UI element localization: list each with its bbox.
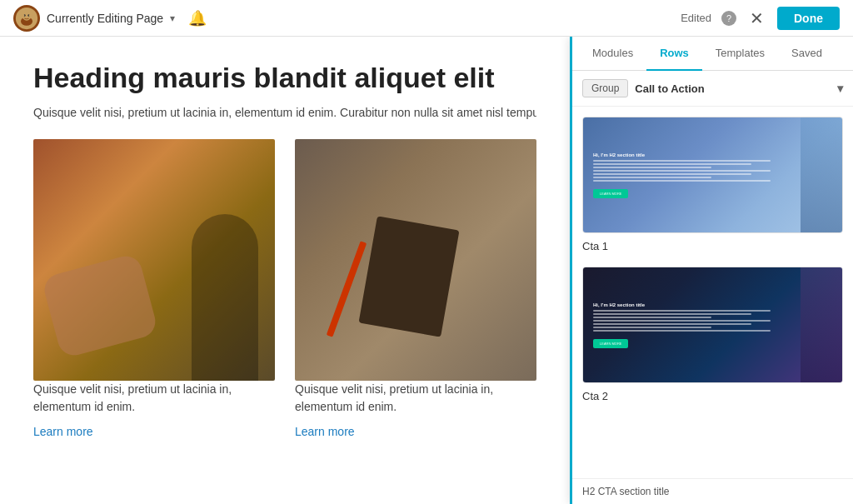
template-card-cta1[interactable]: Hi, I'm H2 section title LEARN MORE bbox=[582, 117, 843, 253]
card-1: Quisque velit nisi, pretium ut lacinia i… bbox=[33, 139, 275, 439]
cta1-preview-title: Hi, I'm H2 section title bbox=[593, 152, 791, 157]
right-panel: Modules Rows Templates Saved Group Call … bbox=[570, 37, 853, 504]
cta2-person-image bbox=[801, 267, 842, 382]
notebook-shape bbox=[358, 216, 459, 337]
page-area: Heading mauris blandit aliquet elit Quis… bbox=[0, 37, 570, 504]
top-bar-left: Currently Editing Page ▾ 🔔 bbox=[13, 5, 207, 32]
preview-line bbox=[593, 310, 771, 312]
cta2-preview-lines bbox=[593, 310, 791, 332]
card-image-2 bbox=[295, 139, 536, 381]
top-bar-right: Edited ? ✕ Done bbox=[681, 7, 840, 30]
cta1-text-block: Hi, I'm H2 section title LEARN MORE bbox=[583, 144, 801, 207]
card-2-description: Quisque velit nisi, pretium ut lacinia i… bbox=[295, 381, 536, 416]
preview-line bbox=[593, 160, 771, 162]
cta1-person-image bbox=[801, 117, 842, 232]
cta1-preview-button: LEARN MORE bbox=[593, 189, 628, 198]
preview-line bbox=[593, 163, 751, 165]
preview-line bbox=[593, 330, 771, 332]
edited-status: Edited bbox=[681, 12, 711, 24]
preview-line bbox=[593, 170, 771, 172]
cta2-preview-button: LEARN MORE bbox=[593, 339, 628, 348]
hands-shape bbox=[41, 252, 159, 359]
filter-dropdown[interactable]: Call to Action ▾ bbox=[635, 82, 843, 95]
preview-line bbox=[593, 177, 711, 178]
bottom-partial-label: H2 CTA section title bbox=[582, 486, 669, 497]
filter-chevron-down-icon: ▾ bbox=[837, 82, 843, 95]
preview-line bbox=[593, 167, 711, 168]
preview-line bbox=[593, 180, 771, 182]
preview-line bbox=[593, 173, 751, 175]
tab-saved[interactable]: Saved bbox=[778, 37, 836, 71]
cta2-preview-title: Hi, I'm H2 section title bbox=[593, 302, 791, 307]
card-image-1 bbox=[33, 139, 275, 381]
template-preview-cta1[interactable]: Hi, I'm H2 section title LEARN MORE bbox=[582, 117, 843, 233]
card-2-learn-more[interactable]: Learn more bbox=[295, 425, 355, 438]
tab-templates[interactable]: Templates bbox=[702, 37, 778, 71]
done-button[interactable]: Done bbox=[777, 7, 840, 30]
card-2: Quisque velit nisi, pretium ut lacinia i… bbox=[295, 139, 536, 439]
panel-filter-row: Group Call to Action ▾ bbox=[572, 71, 853, 107]
top-bar: Currently Editing Page ▾ 🔔 Edited ? ✕ Do… bbox=[0, 0, 853, 37]
filter-value: Call to Action bbox=[635, 82, 704, 95]
tab-rows[interactable]: Rows bbox=[646, 37, 702, 71]
preview-line bbox=[593, 323, 751, 325]
cta1-preview: Hi, I'm H2 section title LEARN MORE bbox=[583, 117, 842, 232]
template-cta1-label: Cta 1 bbox=[582, 240, 608, 252]
card-1-learn-more[interactable]: Learn more bbox=[33, 425, 93, 438]
tab-modules[interactable]: Modules bbox=[579, 37, 646, 71]
page-heading: Heading mauris blandit aliquet elit bbox=[33, 62, 536, 94]
cta2-text-block: Hi, I'm H2 section title LEARN MORE bbox=[583, 294, 801, 357]
page-subtext: Quisque velit nisi, pretium ut lacinia i… bbox=[33, 106, 536, 119]
panel-tabs: Modules Rows Templates Saved bbox=[572, 37, 853, 71]
card-1-description: Quisque velit nisi, pretium ut lacinia i… bbox=[33, 381, 275, 416]
cta2-preview: Hi, I'm H2 section title LEARN MORE bbox=[583, 267, 842, 382]
page-title-dropdown[interactable]: ▾ bbox=[170, 12, 175, 24]
preview-line bbox=[593, 317, 711, 318]
main-content: Heading mauris blandit aliquet elit Quis… bbox=[0, 37, 853, 504]
close-button[interactable]: ✕ bbox=[746, 7, 767, 30]
page-title: Currently Editing Page bbox=[47, 12, 163, 25]
template-cta2-label: Cta 2 bbox=[582, 390, 608, 402]
template-card-cta2[interactable]: Hi, I'm H2 section title LEARN MORE bbox=[582, 267, 843, 403]
panel-content[interactable]: Hi, I'm H2 section title LEARN MORE bbox=[572, 107, 853, 478]
preview-line bbox=[593, 320, 771, 322]
preview-line bbox=[593, 313, 751, 315]
panel-bottom-partial: H2 CTA section title bbox=[572, 478, 853, 504]
svg-point-6 bbox=[29, 13, 33, 17]
group-badge: Group bbox=[582, 79, 628, 97]
cta1-preview-lines bbox=[593, 160, 791, 182]
preview-line bbox=[593, 327, 711, 328]
cards-row: Quisque velit nisi, pretium ut lacinia i… bbox=[33, 139, 536, 439]
svg-point-5 bbox=[20, 13, 24, 17]
bell-icon[interactable]: 🔔 bbox=[188, 9, 207, 27]
template-preview-cta2[interactable]: Hi, I'm H2 section title LEARN MORE bbox=[582, 267, 843, 383]
person-shape-1 bbox=[192, 214, 258, 381]
avatar bbox=[13, 5, 40, 32]
help-icon[interactable]: ? bbox=[721, 11, 736, 26]
